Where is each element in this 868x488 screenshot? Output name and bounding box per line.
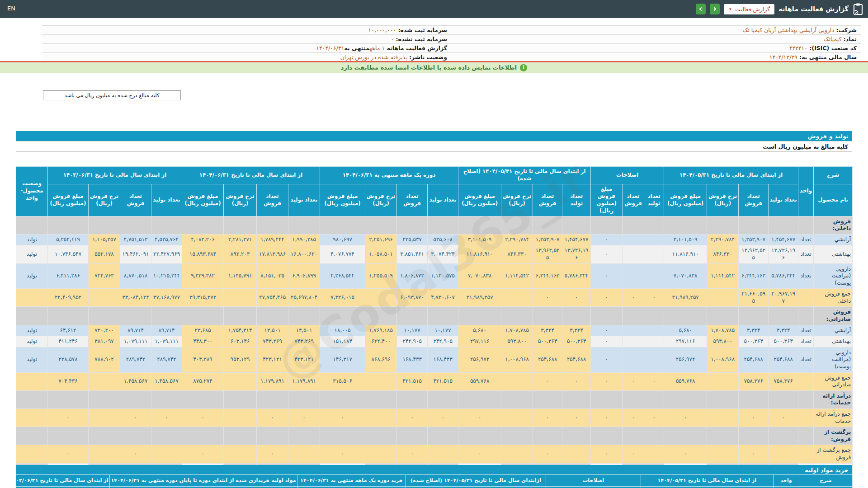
section-cell: [16, 427, 48, 445]
value-cell: [89, 409, 120, 427]
value-cell: ۵,۷۸۶,۳۲۴: [562, 263, 591, 289]
chevron-right-icon: [712, 7, 716, 11]
unit-cell: [798, 445, 814, 463]
value-cell: [623, 336, 644, 347]
info-value: ۱۴۰۴/۱۲/۲۹: [769, 54, 797, 61]
section-cell: [397, 307, 428, 325]
section-cell: [120, 427, 151, 445]
section-cell: [120, 307, 151, 325]
row-label: دارويي (مراقبت پوست): [814, 347, 853, 372]
value-cell: ۰: [591, 234, 623, 245]
value-cell: ۱۹,۴۶۲,۰۹۱: [120, 245, 151, 263]
info-value: ۴۴۲۴۱۰: [789, 45, 807, 52]
value-cell: ۲۲,۴۰۹,۹۵۲: [48, 289, 89, 307]
top-bar: EN گزارش فعالیت ماهانه گزارش فعالیت ▼: [0, 0, 868, 18]
value-cell: ۰: [739, 409, 769, 427]
value-cell: ۴,۵۲۵,۷۶۴: [151, 234, 182, 245]
value-cell: ۲۲۸,۵۷۸: [48, 347, 89, 372]
section-cell: [644, 390, 664, 408]
value-cell: ۶,۰۹۳,۸۷۰: [397, 289, 428, 307]
report-type-dropdown[interactable]: گزارش فعالیت ▼: [724, 4, 774, 14]
info-cell: کد صنعت (ISIC): ۴۴۲۴۱۰: [452, 44, 861, 53]
value-cell: ۲۷,۷۵۴,۴۶۵: [257, 289, 288, 307]
value-cell: ۱,۷۶۹,۱۸۵: [365, 325, 397, 336]
value-cell: ۱,۱۴۵,۷۹۱: [224, 263, 257, 289]
value-cell: [644, 245, 664, 263]
value-cell: ۲۵۴,۶۸۸: [769, 347, 798, 372]
value-cell: ۲۹,۳۱۵,۲۷۲: [182, 289, 224, 307]
section-cell: [151, 216, 182, 234]
value-cell: ۰: [120, 445, 151, 463]
previous-report-button[interactable]: [696, 4, 706, 14]
value-cell: ۲۴۲,۹۰۵: [428, 336, 458, 347]
value-cell: ۱۳,۷۲۶,۱۹۶: [562, 245, 591, 263]
value-cell: ۴۰۳,۲۸۹: [182, 347, 224, 372]
value-cell: ۵۵۲,۱۷۸: [89, 245, 120, 263]
section-cell: [798, 390, 814, 408]
value-cell: ۰: [591, 245, 623, 263]
value-cell: ۳,۳۲۴: [533, 325, 562, 336]
value-cell: ۰: [458, 445, 501, 463]
value-cell: [428, 445, 458, 463]
value-cell: ۱۱,۸۱۶,۹۱۰: [458, 245, 501, 263]
company-info-table: شرکت: دارويي آرايشي بهداشتي آريان کيميا …: [42, 25, 861, 62]
value-cell: ۶,۳۴۴,۱۶۳: [739, 263, 769, 289]
value-cell: ۶,۴۱۱,۲۸۶: [48, 263, 89, 289]
next-report-button[interactable]: [710, 4, 720, 14]
section-cell: [562, 307, 591, 325]
value-cell: ۲۰,۹۶۷,۱۹۷: [769, 289, 798, 307]
info-cell: سال مالی منتهی به: ۱۴۰۴/۱۲/۲۹: [452, 53, 861, 62]
value-cell: [501, 409, 533, 427]
value-cell: ۱,۷۸۹,۴۴۴: [257, 234, 288, 245]
value-cell: ۱,۴۵۴,۶۷۷: [769, 234, 798, 245]
value-cell: ۵,۲۵۲,۱۱۹: [48, 234, 89, 245]
column-header: تعداد فروش: [257, 184, 288, 216]
value-cell: [288, 445, 320, 463]
status-cell: توليد: [16, 325, 48, 336]
value-cell: ۱,۱۷۹,۸۹۱: [257, 372, 288, 390]
value-cell: ۱۳,۵۰۱: [257, 325, 288, 336]
section-cell: [562, 427, 591, 445]
section-cell: [664, 427, 707, 445]
row-label: آرايشي: [814, 234, 853, 245]
value-cell: ۲,۲۹۰,۷۸۴: [501, 234, 533, 245]
value-cell: ۱,۷۰۸,۷۸۵: [501, 325, 533, 336]
section-cell: [644, 216, 664, 234]
value-cell: ۰: [120, 409, 151, 427]
status-cell: توليد: [16, 234, 48, 245]
value-cell: ۶,۹۰۶,۸۹۹: [288, 263, 320, 289]
value-cell: ۲۸۹,۷۴۲: [120, 347, 151, 372]
section-cell: [562, 216, 591, 234]
value-cell: [707, 445, 739, 463]
value-cell: ۲۵۶,۹۷۲: [664, 347, 707, 372]
value-cell: ۰: [182, 445, 224, 463]
section-cell: [739, 216, 769, 234]
value-cell: ۱,۱۱۴,۵۴۲: [707, 263, 739, 289]
section-cell: [397, 216, 428, 234]
value-cell: ۱,۹۹۰,۲۸۵: [288, 234, 320, 245]
info-grid: شرکت: دارويي آرايشي بهداشتي آريان کيميا …: [42, 26, 861, 62]
section-cell: [151, 390, 182, 408]
info-value: دارويي آرايشي بهداشتي آريان کيميا تک: [743, 27, 834, 33]
language-switch-en[interactable]: EN: [7, 5, 15, 12]
section-cell: [664, 307, 707, 325]
value-cell: ۸۹۲,۲۰۳: [224, 245, 257, 263]
value-cell: ۶,۳۴۴,۱۶۳: [533, 263, 562, 289]
value-cell: [644, 234, 664, 245]
column-header: تعداد تولید: [769, 184, 798, 216]
value-cell: ۲,۲۹۰,۷۸۴: [707, 234, 739, 245]
value-cell: ۰: [257, 409, 288, 427]
section-cell: [707, 390, 739, 408]
value-cell: ۱,۰۰۸,۹۶۸: [501, 347, 533, 372]
value-cell: ۷۸۸,۹۰۲: [89, 347, 120, 372]
status-cell: توليد: [16, 245, 48, 263]
value-cell: ۰: [48, 409, 89, 427]
value-cell: ۸,۱۵۱,۰۳۵: [257, 263, 288, 289]
value-cell: ۱۴۶,۳۱۷: [320, 347, 365, 372]
value-cell: ۰: [397, 445, 428, 463]
section-cell: [320, 307, 365, 325]
value-cell: ۴۲۱,۵۱۵: [397, 372, 428, 390]
value-cell: [89, 289, 120, 307]
value-cell: ۰: [591, 263, 623, 289]
value-cell: ۵۰۰,۳۶۴: [739, 336, 769, 347]
